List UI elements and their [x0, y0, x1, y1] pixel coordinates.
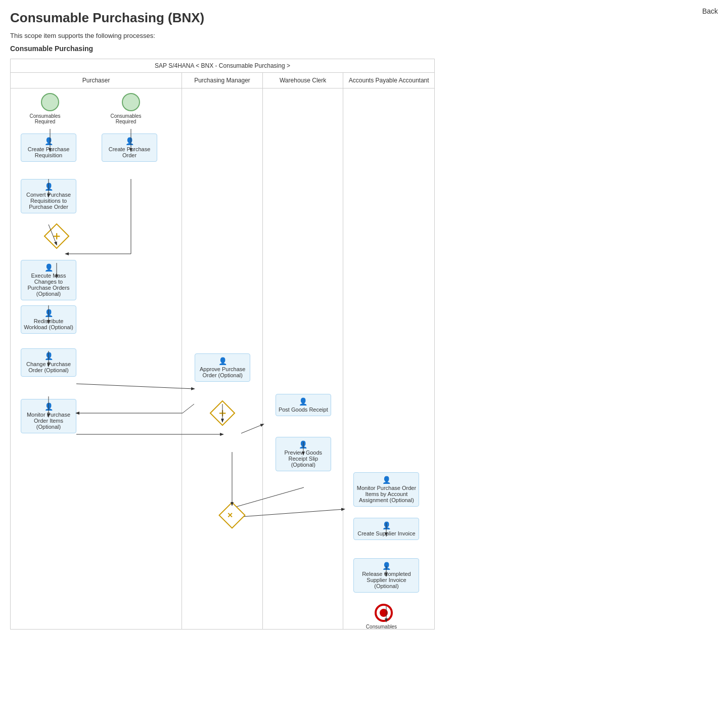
person-icon-4: 👤	[23, 263, 74, 272]
person-icon-2: 👤	[23, 183, 74, 191]
end-event-label: Consumables Supplied	[361, 624, 401, 630]
gateway-x-icon-2: ✕	[211, 401, 234, 424]
person-icon-11: 👤	[356, 476, 417, 484]
create-purchase-requisition[interactable]: 👤 Create Purchase Requisition	[21, 133, 76, 162]
diagram-body: Purchaser Consumables Required 👤 Create …	[11, 73, 434, 629]
end-event-inner	[380, 609, 388, 617]
person-icon-3: 👤	[104, 137, 155, 145]
person-icon-10: 👤	[278, 440, 329, 448]
monitor-purchase-order-items[interactable]: 👤 Monitor Purchase Order Items (Optional…	[21, 399, 76, 433]
approve-purchase-order[interactable]: 👤 Approve Purchase Order (Optional)	[195, 353, 250, 382]
person-icon-5: 👤	[23, 309, 74, 317]
gateway-x-icon-1: ✕	[45, 225, 68, 247]
person-icon-13: 👤	[356, 562, 417, 570]
page-title: Consumable Purchasing (BNX)	[10, 10, 718, 26]
gateway-1: ✕	[44, 223, 70, 249]
person-icon-9: 👤	[278, 397, 329, 406]
start-event-2-label: Consumables Required	[106, 113, 146, 124]
change-purchase-order[interactable]: 👤 Change Purchase Order (Optional)	[21, 348, 76, 377]
start-event-1-label: Consumables Required	[25, 113, 65, 124]
start-event-2	[122, 93, 140, 111]
back-button[interactable]: Back	[702, 7, 718, 15]
lane-ap-label: Accounts Payable Accountant	[343, 73, 434, 88]
convert-purchase-requisitions[interactable]: 👤 Convert Purchase Requisitions to Purch…	[21, 179, 76, 213]
gateway-2: ✕	[210, 400, 236, 426]
person-icon-12: 👤	[356, 521, 417, 529]
lane-manager: Purchasing Manager 👤 Approve Purchase Or…	[182, 73, 263, 629]
section-title: Consumable Purchasing	[10, 44, 718, 53]
lane-manager-label: Purchasing Manager	[182, 73, 262, 88]
person-icon-8: 👤	[197, 357, 248, 365]
lane-purchaser: Purchaser Consumables Required 👤 Create …	[11, 73, 182, 629]
end-event	[375, 604, 393, 622]
lane-purchaser-label: Purchaser	[11, 73, 181, 88]
redistribute-workload[interactable]: 👤 Redistribute Workload (Optional)	[21, 305, 76, 334]
lane-ap: Accounts Payable Accountant 👤 Monitor Pu…	[343, 73, 434, 629]
start-event-1	[41, 93, 59, 111]
post-goods-receipt[interactable]: 👤 Post Goods Receipt	[276, 394, 331, 416]
diagram-container: SAP S/4HANA < BNX - Consumable Purchasin…	[10, 59, 435, 630]
page-subtitle: This scope item supports the following p…	[10, 32, 718, 39]
lane-warehouse-label: Warehouse Clerk	[263, 73, 343, 88]
monitor-po-items-account[interactable]: 👤 Monitor Purchase Order Items by Accoun…	[353, 472, 419, 507]
create-purchase-order[interactable]: 👤 Create Purchase Order	[102, 133, 157, 162]
preview-goods-receipt-slip[interactable]: 👤 Preview Goods Receipt Slip (Optional)	[276, 437, 331, 471]
release-completed-supplier-invoice[interactable]: 👤 Release Completed Supplier Invoice (Op…	[353, 558, 419, 593]
lane-warehouse: Warehouse Clerk 👤 Post Goods Receipt 👤 P…	[263, 73, 344, 629]
person-icon-1: 👤	[23, 137, 74, 145]
execute-mass-changes[interactable]: 👤 Execute Mass Changes to Purchase Order…	[21, 260, 76, 300]
create-supplier-invoice[interactable]: 👤 Create Supplier Invoice	[353, 518, 419, 540]
diagram-header: SAP S/4HANA < BNX - Consumable Purchasin…	[11, 59, 434, 73]
person-icon-7: 👤	[23, 402, 74, 411]
person-icon-6: 👤	[23, 352, 74, 360]
